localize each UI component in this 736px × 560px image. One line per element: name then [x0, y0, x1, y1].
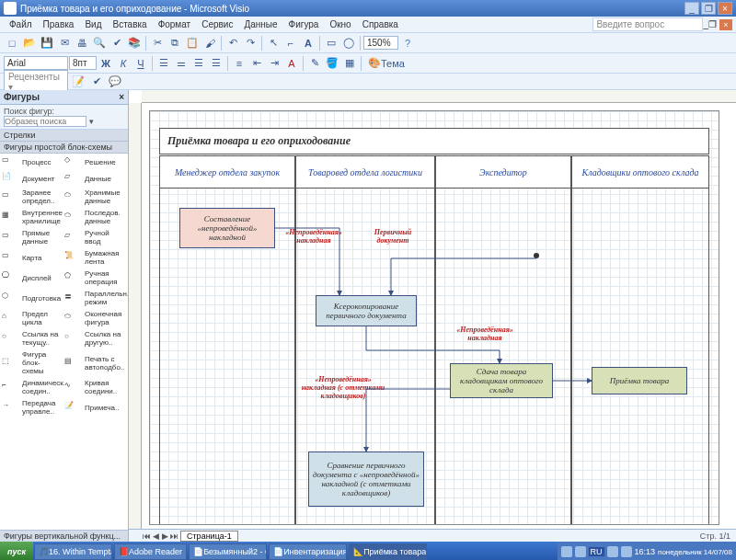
- shape-stencil-item[interactable]: ⬠Ручная операция: [63, 269, 125, 287]
- help-icon[interactable]: ?: [399, 35, 416, 51]
- rectangle-icon[interactable]: ▭: [323, 35, 339, 51]
- taskbar-item[interactable]: 📄Безымянный2 - O...: [189, 543, 267, 560]
- minimize-button[interactable]: _: [684, 2, 699, 15]
- menu-edit[interactable]: Правка: [38, 19, 80, 29]
- process-box-receive[interactable]: Приёмка товара: [592, 367, 687, 394]
- process-box-compose[interactable]: Составление «непроведённой» накладной: [179, 208, 275, 248]
- italic-icon[interactable]: К: [115, 55, 132, 72]
- tab-prev-icon[interactable]: ◀: [151, 531, 160, 541]
- text-icon[interactable]: A: [300, 35, 316, 51]
- shape-stencil-item[interactable]: ▤Печать с автоподбо..: [63, 349, 125, 376]
- connector-icon[interactable]: ⌐: [282, 35, 299, 51]
- preview-icon[interactable]: 🔍: [91, 35, 108, 51]
- shape-stencil-item[interactable]: 🖵Дисплей: [0, 269, 63, 287]
- menu-help[interactable]: Справка: [357, 19, 404, 29]
- paste-icon[interactable]: 📋: [184, 35, 201, 51]
- tray-date[interactable]: понедельник 14/07/08: [658, 548, 732, 556]
- shapes-category-cross-functional[interactable]: Фигуры вертикальной функц...: [0, 530, 128, 542]
- shape-stencil-item[interactable]: ○Ссылка на другую..: [63, 329, 125, 348]
- shape-stencil-item[interactable]: ⌂Предел цикла: [0, 309, 63, 327]
- font-size-box[interactable]: 8пт: [69, 56, 97, 70]
- shape-stencil-item[interactable]: ⬚Фигура блок-схемы: [0, 349, 63, 376]
- shape-stencil-item[interactable]: ∿Кривая соедини..: [63, 378, 125, 396]
- shape-stencil-item[interactable]: ▭Карта: [0, 248, 63, 267]
- tray-time[interactable]: 16:13: [635, 547, 656, 556]
- swimlane-head-3[interactable]: Экспедитор: [435, 155, 571, 189]
- menu-insert[interactable]: Вставка: [107, 19, 152, 29]
- doc-restore-button[interactable]: ❐: [708, 19, 717, 29]
- tab-last-icon[interactable]: ⏭: [169, 531, 178, 541]
- shape-stencil-item[interactable]: ⬭Оконечная фигура: [63, 309, 125, 327]
- copy-icon[interactable]: ⧉: [167, 35, 183, 51]
- underline-icon[interactable]: Ч: [132, 55, 149, 72]
- shape-stencil-item[interactable]: ⌐Динамическ. соедин..: [0, 378, 63, 396]
- zoom-box[interactable]: 150%: [363, 36, 398, 50]
- help-question-box[interactable]: Введите вопрос: [592, 17, 703, 31]
- tab-next-icon[interactable]: ▶: [160, 531, 169, 541]
- format-painter-icon[interactable]: 🖌: [201, 35, 218, 51]
- menu-format[interactable]: Формат: [153, 19, 197, 29]
- shape-stencil-item[interactable]: →Передача управле..: [0, 398, 63, 417]
- taskbar-item[interactable]: 🎵16. Within Temptati...: [34, 543, 112, 560]
- theme-button[interactable]: 🎨Тема: [364, 55, 408, 72]
- align-justify-icon[interactable]: ☰: [208, 55, 224, 72]
- shape-stencil-item[interactable]: ◇Решение: [63, 154, 125, 169]
- open-icon[interactable]: 📂: [21, 35, 38, 51]
- bullets-icon[interactable]: ≡: [231, 55, 247, 72]
- shape-stencil-item[interactable]: ⬡Подготовка: [0, 289, 63, 307]
- shape-stencil-item[interactable]: ▱Данные: [63, 171, 125, 186]
- shape-stencil-item[interactable]: ▭Прямые данные: [0, 228, 63, 246]
- shape-stencil-item[interactable]: ▭Процесс: [0, 154, 63, 169]
- shapes-category-flowchart[interactable]: Фигуры простой блок-схемы: [0, 142, 128, 154]
- shape-stencil-item[interactable]: ▭Заранее определ..: [0, 188, 63, 206]
- pointer-icon[interactable]: ↖: [265, 35, 282, 51]
- tray-icon[interactable]: [621, 546, 632, 557]
- fill-color-icon[interactable]: 🪣: [324, 55, 340, 72]
- language-indicator[interactable]: RU: [589, 547, 604, 556]
- shape-stencil-item[interactable]: 📝Примеча..: [63, 398, 125, 417]
- shape-stencil-item[interactable]: 〓Параллельн. режим: [63, 289, 125, 307]
- taskbar-item[interactable]: 📕Adobe Reader: [114, 543, 187, 560]
- tray-icon[interactable]: [607, 546, 618, 557]
- review-markers-icon[interactable]: 📝: [70, 74, 86, 90]
- shape-stencil-item[interactable]: ⬭Последов. данные: [63, 208, 125, 226]
- menu-data[interactable]: Данные: [238, 19, 282, 29]
- shapes-search-input[interactable]: [4, 116, 86, 127]
- cut-icon[interactable]: ✂: [149, 35, 166, 51]
- start-button[interactable]: пуск: [0, 542, 33, 560]
- menu-file[interactable]: Файл: [4, 19, 38, 29]
- align-left-icon[interactable]: ☰: [155, 55, 172, 72]
- tray-icon[interactable]: [575, 546, 586, 557]
- tab-first-icon[interactable]: ⏮: [142, 531, 151, 541]
- bold-icon[interactable]: Ж: [98, 55, 114, 72]
- process-box-xerox[interactable]: Ксерокопирование первичного документа: [316, 295, 417, 326]
- swimlane-head-2[interactable]: Товаровед отдела логистики: [295, 155, 435, 189]
- line-color-icon[interactable]: ✎: [306, 55, 323, 72]
- doc-close-button[interactable]: ×: [719, 19, 732, 30]
- font-color-icon[interactable]: A: [283, 55, 300, 72]
- swimlane-title[interactable]: Приёмка товара и его оприходование: [159, 128, 709, 154]
- shape-stencil-item[interactable]: 📜Бумажная лента: [63, 248, 125, 267]
- align-center-icon[interactable]: ⚌: [173, 55, 190, 72]
- process-box-delivery[interactable]: Сдача товара кладовщикам оптового склада: [450, 363, 553, 398]
- close-button[interactable]: ×: [718, 2, 732, 15]
- shape-stencil-item[interactable]: ▦Внутреннее хранилище: [0, 208, 63, 226]
- process-box-compare[interactable]: Сравнение первичного документа с «непров…: [308, 451, 424, 507]
- maximize-button[interactable]: ❐: [701, 2, 716, 15]
- menu-tools[interactable]: Сервис: [196, 19, 238, 29]
- shape-stencil-item[interactable]: ⬭Хранимые данные: [63, 188, 125, 206]
- mail-icon[interactable]: ✉: [56, 35, 73, 51]
- shape-stencil-item[interactable]: ▱Ручной ввод: [63, 228, 125, 246]
- ellipse-icon[interactable]: ◯: [340, 35, 357, 51]
- shapes-category-arrows[interactable]: Стрелки: [0, 130, 128, 142]
- menu-window[interactable]: Окно: [324, 19, 356, 29]
- search-chevron-icon[interactable]: ▾: [89, 117, 94, 126]
- align-right-icon[interactable]: ☰: [190, 55, 207, 72]
- undo-icon[interactable]: ↶: [224, 35, 241, 51]
- indent-inc-icon[interactable]: ⇥: [266, 55, 282, 72]
- font-name-box[interactable]: Arial: [4, 56, 68, 70]
- canvas-scroll[interactable]: Приёмка товара и его оприходование Менед…: [142, 103, 736, 529]
- menu-shape[interactable]: Фигура: [283, 19, 325, 29]
- save-icon[interactable]: 💾: [39, 35, 55, 51]
- swimlane-head-4[interactable]: Кладовщики оптового склада: [571, 155, 709, 189]
